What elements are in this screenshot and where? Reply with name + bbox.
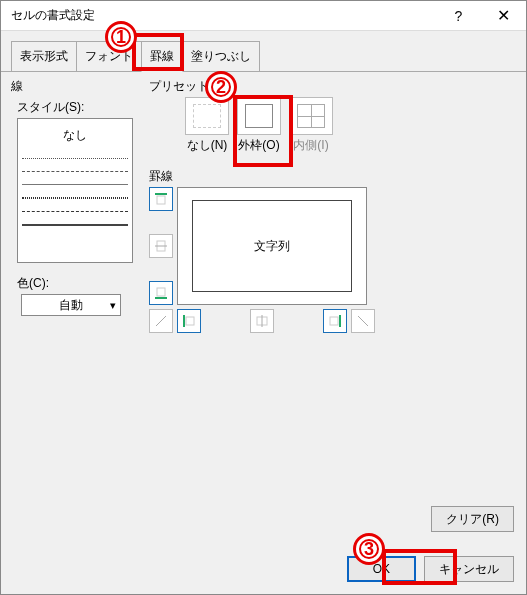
svg-rect-1 bbox=[157, 196, 165, 204]
preset-inside-label: 内側(I) bbox=[287, 137, 335, 154]
style-option-dashdot[interactable] bbox=[22, 197, 128, 199]
annotation-box-3 bbox=[382, 549, 457, 585]
side-buttons-left bbox=[149, 187, 173, 305]
style-label: スタイル(S): bbox=[17, 99, 139, 116]
border-bottom-button[interactable] bbox=[149, 281, 173, 305]
svg-rect-4 bbox=[157, 288, 165, 296]
border-label: 罫線 bbox=[149, 168, 516, 185]
annotation-circle-1: 1 bbox=[105, 21, 137, 53]
color-group: 色(C): 自動 bbox=[11, 275, 139, 316]
border-top-button[interactable] bbox=[149, 187, 173, 211]
tab-fill[interactable]: 塗りつぶし bbox=[182, 41, 260, 71]
border-diag-up-button[interactable] bbox=[149, 309, 173, 333]
style-option-dotted[interactable] bbox=[22, 158, 128, 159]
svg-rect-8 bbox=[186, 317, 194, 325]
line-label: 線 bbox=[11, 78, 139, 95]
border-left-button[interactable] bbox=[177, 309, 201, 333]
style-listbox[interactable]: なし bbox=[17, 118, 133, 263]
annotation-box-1 bbox=[132, 33, 184, 71]
svg-line-6 bbox=[156, 316, 166, 326]
style-option-none[interactable]: なし bbox=[22, 125, 128, 146]
clear-button[interactable]: クリア(R) bbox=[431, 506, 514, 532]
preview-inner: 文字列 bbox=[192, 200, 352, 292]
style-group: スタイル(S): なし bbox=[11, 99, 139, 263]
style-option-dashed[interactable] bbox=[22, 171, 128, 172]
style-option-thick[interactable] bbox=[22, 224, 128, 226]
dialog-title: セルの書式設定 bbox=[11, 7, 436, 24]
bottom-buttons bbox=[149, 309, 375, 333]
color-dropdown[interactable]: 自動 bbox=[21, 294, 121, 316]
annotation-circle-2: 2 bbox=[205, 71, 237, 103]
titlebar: セルの書式設定 ? ✕ bbox=[1, 1, 526, 31]
preset-inside[interactable]: 内側(I) bbox=[287, 97, 335, 154]
annotation-circle-3: 3 bbox=[353, 533, 385, 565]
close-button[interactable]: ✕ bbox=[481, 1, 526, 31]
style-option-thin[interactable] bbox=[22, 184, 128, 185]
format-cells-dialog: セルの書式設定 ? ✕ 表示形式 フォント 罫線 塗りつぶし 線 スタイル(S)… bbox=[0, 0, 527, 595]
border-middle-v-button[interactable] bbox=[250, 309, 274, 333]
right-section: プリセット なし(N) 外枠(O) 内側(I) 罫線 bbox=[139, 78, 516, 333]
style-option-dash2[interactable] bbox=[22, 211, 128, 212]
border-group: 罫線 文字列 bbox=[149, 168, 516, 333]
annotation-box-2 bbox=[233, 95, 293, 167]
svg-rect-11 bbox=[330, 317, 338, 325]
border-diag-down-button[interactable] bbox=[351, 309, 375, 333]
tab-number-format[interactable]: 表示形式 bbox=[11, 41, 77, 71]
line-section: 線 スタイル(S): なし 色(C): 自動 bbox=[11, 78, 139, 333]
border-right-button[interactable] bbox=[323, 309, 347, 333]
border-middle-h-button[interactable] bbox=[149, 234, 173, 258]
color-value: 自動 bbox=[26, 297, 116, 314]
color-label: 色(C): bbox=[17, 275, 139, 292]
svg-line-13 bbox=[358, 316, 368, 326]
preset-inside-icon bbox=[289, 97, 333, 135]
preview-text: 文字列 bbox=[254, 238, 290, 255]
preset-none[interactable]: なし(N) bbox=[183, 97, 231, 154]
help-button[interactable]: ? bbox=[436, 1, 481, 31]
border-preview[interactable]: 文字列 bbox=[177, 187, 367, 305]
tab-bar: 表示形式 フォント 罫線 塗りつぶし bbox=[1, 31, 526, 72]
preset-none-label: なし(N) bbox=[183, 137, 231, 154]
